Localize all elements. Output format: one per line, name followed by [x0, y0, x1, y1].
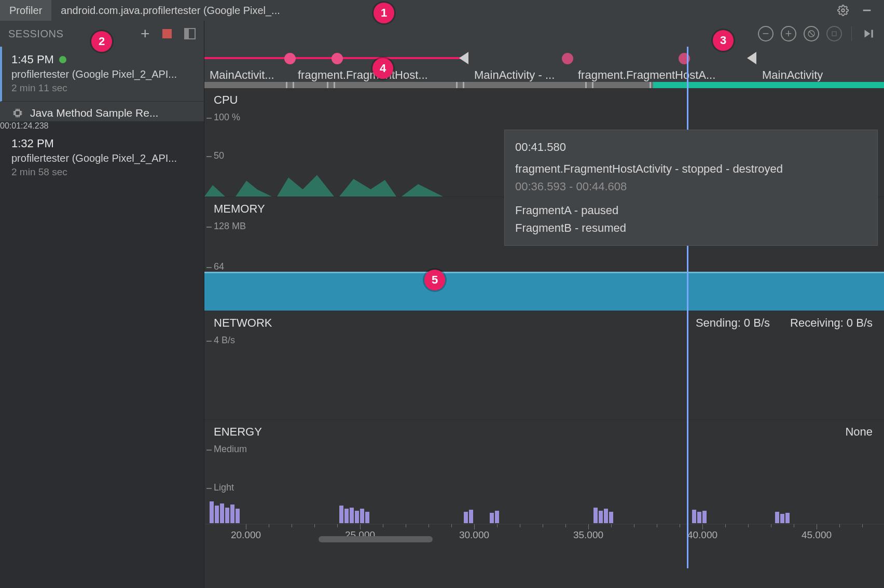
lifecycle-back-icon[interactable]: [747, 52, 756, 64]
process-label: android.com.java.profilertester (Google …: [61, 5, 280, 16]
cpu-recording-icon: [11, 107, 24, 119]
zoom-in-button[interactable]: +: [781, 26, 796, 41]
jump-to-live-button[interactable]: [861, 27, 875, 40]
cpu-title: CPU: [214, 93, 238, 107]
lifecycle-label: MainActivity: [762, 68, 823, 82]
session-item[interactable]: 1:32 PM profilertester (Google Pixel_2_A…: [0, 131, 204, 186]
axis-tick-label: 35.000: [573, 529, 603, 541]
axis-tick-label: 45.000: [802, 529, 832, 541]
lifecycle-label: MainActivity - ...: [474, 68, 555, 82]
lifecycle-event-dot[interactable]: [284, 53, 296, 64]
annotation-callout-4: 4: [372, 58, 393, 79]
session-duration: 2 min 11 sec: [11, 82, 195, 94]
process-selector[interactable]: android.com.java.profilertester (Google …: [51, 5, 289, 17]
lifecycle-label: MainActivit...: [210, 68, 274, 82]
energy-panel[interactable]: ENERGY None Medium Light: [204, 420, 884, 524]
profiler-tab[interactable]: Profiler: [0, 0, 51, 21]
network-axis-max: 4 B/s: [214, 335, 235, 346]
session-desc: profilertester (Google Pixel_2_API...: [11, 68, 195, 80]
reset-zoom-button[interactable]: [804, 26, 819, 41]
session-time: 1:32 PM: [11, 137, 54, 150]
lifecycle-event-dot[interactable]: [679, 53, 690, 64]
svg-point-0: [841, 9, 845, 12]
annotation-callout-5: 5: [424, 270, 445, 290]
recording-time: 00:01:24.238: [0, 121, 204, 131]
svg-rect-4: [832, 32, 836, 36]
network-receiving: Receiving: 0 B/s: [790, 316, 873, 330]
axis-tick-label: 20.000: [231, 529, 261, 541]
separator: [851, 26, 852, 41]
axis-tick-label: 40.000: [687, 529, 717, 541]
lifecycle-event-dot[interactable]: [332, 53, 343, 64]
session-desc: profilertester (Google Pixel_2_API...: [11, 152, 195, 164]
sessions-title: SESSIONS: [8, 28, 141, 40]
live-indicator-icon: [59, 56, 66, 63]
zoom-out-button[interactable]: −: [758, 26, 774, 41]
profiler-tab-label: Profiler: [9, 5, 42, 17]
lifecycle-label: fragment.FragmentHost...: [298, 68, 428, 82]
memory-chart: [204, 273, 884, 311]
memory-title: MEMORY: [214, 202, 265, 216]
minimize-icon[interactable]: [860, 4, 874, 17]
network-title: NETWORK: [214, 316, 272, 330]
cpu-axis-max: 100 %: [214, 112, 240, 123]
settings-icon[interactable]: [836, 4, 850, 17]
toggle-layout-button[interactable]: [184, 28, 196, 39]
tooltip-time: 00:41.580: [515, 138, 867, 156]
overview-minimap[interactable]: [204, 82, 884, 88]
add-session-button[interactable]: +: [141, 26, 150, 41]
memory-axis-mid: 64: [214, 261, 224, 272]
annotation-callout-1: 1: [374, 3, 394, 23]
timeline-toolbar: − +: [204, 21, 884, 47]
lifecycle-event-dot[interactable]: [562, 53, 573, 64]
time-axis[interactable]: 20.000 25.000 30.000 35.000 40.000 45.00…: [204, 524, 884, 543]
axis-tick-label: 30.000: [459, 529, 489, 541]
tooltip-line1: fragment.FragmentHostActivity - stopped …: [515, 160, 867, 178]
horizontal-scrollbar[interactable]: [319, 536, 433, 542]
zoom-selection-button: [826, 26, 842, 41]
stop-session-button[interactable]: [162, 29, 172, 38]
recording-item[interactable]: Java Method Sample Re...: [0, 102, 204, 121]
energy-current: None: [845, 425, 873, 439]
recording-label: Java Method Sample Re...: [30, 107, 195, 119]
energy-axis-medium: Medium: [214, 444, 247, 455]
network-panel[interactable]: NETWORK Sending: 0 B/s Receiving: 0 B/s …: [204, 311, 884, 420]
memory-axis-max: 128 MB: [214, 221, 246, 232]
energy-chart: [204, 492, 884, 523]
tooltip-range: 00:36.593 - 00:44.608: [515, 178, 867, 195]
timeline-area: − +: [204, 21, 884, 588]
network-sending: Sending: 0 B/s: [696, 316, 770, 330]
annotation-callout-3: 3: [713, 30, 734, 51]
lifecycle-events-row[interactable]: MainActivit... fragment.FragmentHost... …: [204, 47, 884, 88]
session-time: 1:45 PM: [11, 53, 54, 66]
svg-rect-2: [15, 110, 20, 115]
lifecycle-back-icon[interactable]: [459, 52, 468, 64]
title-bar: Profiler android.com.java.profilertester…: [0, 0, 884, 21]
sessions-sidebar: SESSIONS + 1:45 PM profilertester (Googl…: [0, 21, 204, 588]
tooltip-frag-b: FragmentB - resumed: [515, 219, 867, 237]
tooltip-frag-a: FragmentA - paused: [515, 202, 867, 219]
energy-title: ENERGY: [214, 425, 262, 439]
energy-axis-light: Light: [214, 482, 234, 493]
lifecycle-label: fragment.FragmentHostA...: [578, 68, 715, 82]
annotation-callout-2: 2: [91, 31, 112, 52]
session-item[interactable]: 1:45 PM profilertester (Google Pixel_2_A…: [0, 47, 204, 102]
event-tooltip: 00:41.580 fragment.FragmentHostActivity …: [504, 130, 878, 246]
session-duration: 2 min 58 sec: [11, 166, 195, 178]
